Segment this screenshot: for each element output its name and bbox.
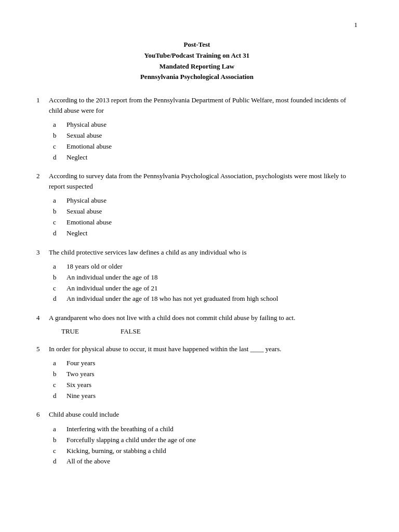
option-letter-5-b: b (53, 369, 60, 380)
option-row-5-b[interactable]: bTwo years (53, 369, 357, 380)
option-letter-1-c: c (53, 141, 60, 152)
option-letter-2-a: a (53, 195, 60, 206)
option-text-5-b: Two years (66, 369, 95, 380)
question-body-1: According to the 2013 report from the Pe… (49, 95, 357, 115)
question-2: 2According to survey data from the Penns… (36, 171, 357, 238)
option-letter-6-b: b (53, 435, 60, 446)
document-header: Post-Test YouTube/Podcast Training on Ac… (36, 39, 357, 83)
question-5: 5In order for physical abuse to occur, i… (36, 344, 357, 402)
option-letter-6-a: a (53, 424, 60, 435)
option-row-1-a[interactable]: aPhysical abuse (53, 119, 357, 130)
question-body-2: According to survey data from the Pennsy… (49, 171, 357, 191)
options-1: aPhysical abusebSexual abusecEmotional a… (53, 119, 357, 163)
question-6: 6Child abuse could includeaInterfering w… (36, 409, 357, 467)
question-1: 1According to the 2013 report from the P… (36, 95, 357, 163)
option-text-5-c: Six years (66, 380, 91, 391)
option-row-2-d[interactable]: dNeglect (53, 228, 357, 239)
option-letter-1-d: d (53, 152, 60, 163)
option-letter-2-d: d (53, 228, 60, 239)
option-row-1-d[interactable]: dNeglect (53, 152, 357, 163)
option-row-3-d[interactable]: dAn individual under the age of 18 who h… (53, 294, 357, 304)
option-row-3-c[interactable]: cAn individual under the age of 21 (53, 283, 357, 294)
question-number-5: 5 (36, 344, 45, 354)
option-row-5-c[interactable]: cSix years (53, 380, 357, 391)
option-text-2-b: Sexual abuse (66, 206, 102, 217)
question-4: 4A grandparent who does not live with a … (36, 313, 357, 336)
option-letter-5-a: a (53, 358, 60, 369)
true-option[interactable]: TRUE (61, 327, 79, 336)
question-number-1: 1 (36, 95, 45, 115)
question-number-4: 4 (36, 313, 45, 323)
option-row-6-c[interactable]: cKicking, burning, or stabbing a child (53, 446, 357, 457)
options-2: aPhysical abusebSexual abusecEmotional a… (53, 195, 357, 238)
option-text-1-a: Physical abuse (66, 119, 107, 130)
question-body-6: Child abuse could include (49, 409, 357, 420)
option-letter-6-c: c (53, 446, 60, 457)
option-text-2-a: Physical abuse (66, 195, 107, 206)
option-text-3-b: An individual under the age of 18 (66, 272, 157, 283)
option-text-3-a: 18 years old or older (66, 261, 123, 272)
option-letter-5-d: d (53, 391, 60, 402)
question-3: 3The child protective services law defin… (36, 247, 357, 305)
option-text-5-a: Four years (66, 358, 95, 369)
question-number-6: 6 (36, 409, 45, 420)
option-text-1-c: Emotional abuse (66, 141, 112, 152)
option-letter-3-c: c (53, 283, 60, 294)
header-line2: YouTube/Podcast Training on Act 31 (36, 50, 357, 61)
option-text-1-b: Sexual abuse (66, 130, 102, 141)
option-row-1-b[interactable]: bSexual abuse (53, 130, 357, 141)
true-false-row-4: TRUEFALSE (61, 327, 357, 336)
option-letter-5-c: c (53, 380, 60, 391)
option-row-6-d[interactable]: dAll of the above (53, 456, 357, 467)
options-3: a18 years old or olderbAn individual und… (53, 261, 357, 304)
option-row-2-c[interactable]: cEmotional abuse (53, 217, 357, 228)
options-6: aInterfering with the breathing of a chi… (53, 424, 357, 467)
option-row-2-b[interactable]: bSexual abuse (53, 206, 357, 217)
option-letter-1-a: a (53, 119, 60, 130)
header-line4: Pennsylvania Psychological Association (36, 72, 357, 83)
question-number-3: 3 (36, 247, 45, 258)
option-letter-3-d: d (53, 294, 60, 304)
option-row-5-a[interactable]: aFour years (53, 358, 357, 369)
option-text-6-a: Interfering with the breathing of a chil… (66, 424, 174, 435)
option-letter-2-b: b (53, 206, 60, 217)
option-row-3-b[interactable]: bAn individual under the age of 18 (53, 272, 357, 283)
page-number: 1 (36, 21, 357, 29)
option-row-6-a[interactable]: aInterfering with the breathing of a chi… (53, 424, 357, 435)
question-body-3: The child protective services law define… (49, 247, 357, 258)
option-text-6-c: Kicking, burning, or stabbing a child (66, 446, 166, 457)
option-text-3-c: An individual under the age of 21 (66, 283, 157, 294)
option-letter-1-b: b (53, 130, 60, 141)
header-line1: Post-Test (36, 39, 357, 50)
question-number-2: 2 (36, 171, 45, 191)
option-text-6-b: Forcefully slapping a child under the ag… (66, 435, 196, 446)
options-5: aFour yearsbTwo yearscSix yearsdNine yea… (53, 358, 357, 401)
option-letter-6-d: d (53, 456, 60, 467)
option-row-6-b[interactable]: bForcefully slapping a child under the a… (53, 435, 357, 446)
header-line3: Mandated Reporting Law (36, 61, 357, 72)
option-text-2-d: Neglect (66, 228, 87, 239)
option-text-2-c: Emotional abuse (66, 217, 112, 228)
option-text-3-d: An individual under the age of 18 who ha… (66, 294, 278, 304)
false-option[interactable]: FALSE (121, 327, 141, 336)
option-row-5-d[interactable]: dNine years (53, 391, 357, 402)
questions-container: 1According to the 2013 report from the P… (36, 95, 357, 467)
option-letter-3-b: b (53, 272, 60, 283)
option-text-5-d: Nine years (66, 391, 96, 402)
option-row-3-a[interactable]: a18 years old or older (53, 261, 357, 272)
question-body-4: A grandparent who does not live with a c… (49, 313, 357, 323)
option-letter-3-a: a (53, 261, 60, 272)
option-row-1-c[interactable]: cEmotional abuse (53, 141, 357, 152)
option-text-1-d: Neglect (66, 152, 87, 163)
option-row-2-a[interactable]: aPhysical abuse (53, 195, 357, 206)
option-text-6-d: All of the above (66, 456, 110, 467)
option-letter-2-c: c (53, 217, 60, 228)
question-body-5: In order for physical abuse to occur, it… (49, 344, 357, 354)
